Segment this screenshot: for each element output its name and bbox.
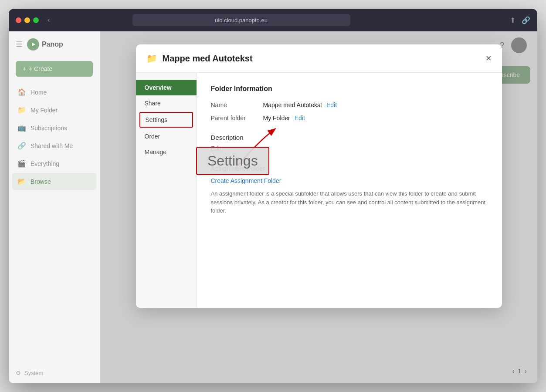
folder-icon: 📁 bbox=[17, 106, 26, 114]
home-icon: 🏠 bbox=[17, 88, 26, 96]
system-icon: ⚙ bbox=[16, 370, 21, 376]
create-button[interactable]: + + Create bbox=[16, 61, 93, 77]
name-row: Name Mappe med Autotekst Edit bbox=[211, 101, 488, 108]
name-label: Name bbox=[211, 101, 263, 108]
create-assignment-link[interactable]: Create Assignment Folder bbox=[211, 177, 488, 184]
parent-folder-edit-link[interactable]: Edit bbox=[295, 115, 305, 122]
modal: 📁 Mappe med Autotekst × Overview Share bbox=[136, 44, 502, 308]
logo-text: Panop bbox=[42, 41, 63, 48]
modal-nav-settings[interactable]: Settings bbox=[139, 112, 193, 128]
modal-sidebar: Overview Share Settings Order bbox=[136, 73, 197, 308]
create-icon: + bbox=[23, 65, 26, 72]
browser-chrome: ‹ uio.cloud.panopto.eu ⬆ 🔗 bbox=[9, 9, 537, 31]
modal-overlay: 📁 Mappe med Autotekst × Overview Share bbox=[100, 31, 537, 383]
parent-folder-label: Parent folder bbox=[211, 115, 263, 122]
subscriptions-icon: 📺 bbox=[17, 124, 26, 132]
traffic-light-yellow[interactable] bbox=[24, 17, 30, 23]
modal-nav-share[interactable]: Share bbox=[136, 95, 197, 111]
name-value: Mappe med Autotekst bbox=[263, 101, 322, 108]
assignment-description-text: An assignment folder is a special subfol… bbox=[211, 189, 488, 215]
traffic-lights bbox=[16, 17, 39, 23]
sidebar-nav: 🏠 Home 📁 My Folder 📺 Subscriptions 🔗 Sha… bbox=[9, 84, 100, 190]
bookmark-icon[interactable]: 🔗 bbox=[522, 16, 530, 24]
browse-icon: 📂 bbox=[17, 177, 26, 186]
sidebar: ☰ Panop + + Create 🏠 bbox=[9, 31, 100, 383]
sidebar-item-my-folder[interactable]: 📁 My Folder bbox=[12, 101, 96, 118]
parent-folder-row: Parent folder My Folder Edit bbox=[211, 115, 488, 122]
app-container: ☰ Panop + + Create 🏠 bbox=[9, 31, 537, 383]
system-label: System bbox=[24, 370, 43, 376]
browser-actions: ⬆ 🔗 bbox=[510, 16, 530, 24]
address-bar[interactable]: uio.cloud.panopto.eu bbox=[132, 14, 350, 26]
sidebar-item-shared-with-me[interactable]: 🔗 Shared with Me bbox=[12, 137, 96, 154]
modal-folder-icon: 📁 bbox=[146, 53, 157, 64]
traffic-light-green[interactable] bbox=[33, 17, 39, 23]
browser-back-button[interactable]: ‹ bbox=[47, 16, 50, 24]
modal-body: Overview Share Settings Order bbox=[136, 73, 502, 308]
traffic-light-red[interactable] bbox=[16, 17, 21, 23]
name-edit-link[interactable]: Edit bbox=[326, 101, 337, 108]
sidebar-item-label: Subscriptions bbox=[31, 125, 67, 132]
sidebar-header: ☰ Panop bbox=[9, 31, 100, 57]
main-content: ? + + Subscribe ‹ 1 › bbox=[100, 31, 537, 383]
url-text: uio.cloud.panopto.eu bbox=[215, 17, 268, 24]
sidebar-footer: ⚙ System bbox=[9, 363, 100, 383]
sidebar-item-label: My Folder bbox=[31, 107, 58, 114]
modal-nav-order[interactable]: Order bbox=[136, 128, 197, 144]
modal-header: 📁 Mappe med Autotekst × bbox=[136, 44, 502, 73]
system-item[interactable]: ⚙ System bbox=[16, 370, 93, 376]
share-icon: 🔗 bbox=[17, 142, 26, 150]
sidebar-item-label: Home bbox=[31, 89, 47, 96]
logo-icon bbox=[27, 38, 39, 51]
sidebar-item-everything[interactable]: 🎬 Everything bbox=[12, 155, 96, 172]
panopto-logo: Panop bbox=[27, 38, 63, 51]
sidebar-item-browse[interactable]: 📂 Browse bbox=[12, 173, 96, 190]
modal-nav-overview[interactable]: Overview bbox=[136, 80, 197, 95]
description-label: Description bbox=[211, 134, 488, 141]
modal-main-content: Folder Information Name Mappe med Autote… bbox=[197, 73, 502, 308]
modal-close-button[interactable]: × bbox=[486, 54, 492, 63]
modal-nav-manage[interactable]: Manage bbox=[136, 144, 197, 160]
hamburger-icon[interactable]: ☰ bbox=[16, 40, 23, 49]
sidebar-item-subscriptions[interactable]: 📺 Subscriptions bbox=[12, 119, 96, 136]
everything-icon: 🎬 bbox=[17, 159, 26, 168]
folder-information-title: Folder Information bbox=[211, 85, 488, 93]
sidebar-item-label: Browse bbox=[31, 178, 51, 185]
modal-title: Mappe med Autotekst bbox=[163, 54, 481, 64]
settings-popup: Settings bbox=[196, 147, 269, 175]
settings-popup-text: Settings bbox=[207, 153, 258, 169]
sidebar-item-label: Everything bbox=[31, 160, 59, 167]
sidebar-item-home[interactable]: 🏠 Home bbox=[12, 84, 96, 101]
share-icon[interactable]: ⬆ bbox=[510, 16, 515, 24]
sidebar-item-label: Shared with Me bbox=[31, 142, 73, 149]
parent-folder-value: My Folder bbox=[263, 115, 290, 122]
